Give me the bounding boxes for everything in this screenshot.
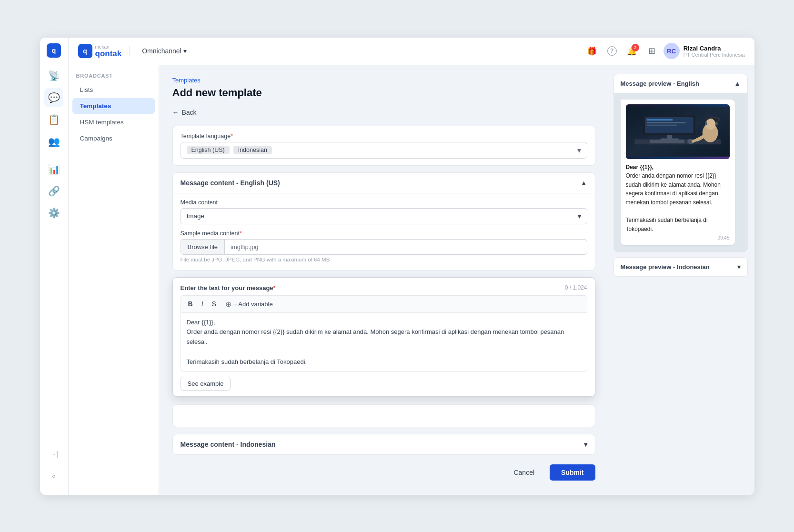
message-textarea[interactable]: Dear {{1}},Order anda dengan nomor resi … bbox=[181, 313, 587, 372]
language-selector[interactable]: English (US) Indonesian ▾ bbox=[181, 142, 587, 159]
topbar-logo: q mekari qontak bbox=[78, 44, 122, 58]
editor-toolbar: B I S ⊕ + Add variable bbox=[181, 295, 587, 313]
preview-indonesian-title: Message preview - Indonesian bbox=[621, 263, 710, 271]
message-content-english-card: Message content - English (US) ▲ Media c… bbox=[172, 172, 595, 271]
user-block[interactable]: RC Rizal Candra PT Central Perc Indonesi… bbox=[663, 43, 745, 59]
user-company: PT Central Perc Indonesia bbox=[683, 52, 745, 58]
see-example-button[interactable]: See example bbox=[181, 377, 231, 391]
chat-time: 09:45 bbox=[626, 235, 730, 241]
strikethrough-button[interactable]: S bbox=[210, 299, 219, 309]
topbar-logo-text: mekari qontak bbox=[95, 45, 122, 58]
nav-section-title: Broadcast bbox=[69, 73, 159, 81]
svg-rect-12 bbox=[649, 140, 684, 143]
help-btn[interactable]: ? bbox=[603, 42, 621, 60]
svg-rect-14 bbox=[705, 122, 707, 125]
file-input-row: Browse file imgflip.jpg bbox=[181, 239, 587, 255]
svg-rect-15 bbox=[715, 122, 718, 125]
nav-arrow: ▾ bbox=[183, 47, 187, 55]
preview-english-header[interactable]: Message preview - English ▲ bbox=[614, 74, 747, 93]
topbar-logo-mekari: mekari bbox=[95, 45, 122, 50]
preview-indonesian-header[interactable]: Message preview - Indonesian ▾ bbox=[614, 258, 747, 276]
text-entry-label: Enter the text for your message* bbox=[181, 284, 276, 291]
sidebar-item-broadcast[interactable]: 📡 bbox=[44, 66, 63, 85]
nav-item-lists[interactable]: Lists bbox=[72, 82, 155, 98]
text-entry-overlay: Enter the text for your message* 0 / 1.0… bbox=[172, 277, 595, 397]
gift-btn[interactable]: 🎁 bbox=[583, 42, 601, 60]
template-language-card: Template language* English (US) Indonesi… bbox=[172, 126, 595, 166]
lang-tag-english: English (US) bbox=[187, 146, 230, 154]
media-content-label: Media content bbox=[181, 199, 587, 206]
sidebar-item-teams[interactable]: 👥 bbox=[44, 132, 63, 151]
chat-text-greeting: Dear {{1}}, bbox=[626, 164, 654, 171]
char-counter: 0 / 1.024 bbox=[565, 284, 587, 291]
language-dropdown-arrow: ▾ bbox=[577, 146, 581, 155]
required-star: * bbox=[231, 133, 233, 140]
user-avatar: RC bbox=[663, 43, 680, 59]
preview-english-card: Message preview - English ▲ bbox=[613, 74, 748, 253]
sidebar-logo: q bbox=[47, 43, 61, 58]
preview-english-title: Message preview - English bbox=[621, 80, 699, 87]
grid-btn[interactable]: ⊞ bbox=[643, 42, 661, 60]
svg-rect-8 bbox=[646, 122, 685, 123]
chat-image bbox=[626, 104, 730, 159]
topbar-actions: 🎁 ? 🔔 2 ⊞ RC Rizal Candra bbox=[583, 42, 745, 60]
media-content-value: Image bbox=[187, 212, 205, 220]
sidebar-item-integrations[interactable]: 🔗 bbox=[44, 181, 63, 201]
preview-english-collapse-icon: ▲ bbox=[734, 80, 741, 87]
help-icon: ? bbox=[607, 46, 617, 56]
submit-button[interactable]: Submit bbox=[550, 464, 595, 481]
back-button[interactable]: ← Back bbox=[172, 109, 595, 116]
app-sidebar: q 📡 💬 📋 👥 📊 🔗 ⚙️ →| « bbox=[40, 38, 69, 495]
sidebar-collapse-btn[interactable]: →| bbox=[44, 444, 63, 463]
add-variable-icon: ⊕ bbox=[225, 300, 231, 309]
bold-button[interactable]: B bbox=[186, 299, 195, 309]
extra-content-placeholder bbox=[172, 404, 595, 427]
sidebar-item-reports[interactable]: 📊 bbox=[44, 160, 63, 179]
sidebar-item-contacts[interactable]: 📋 bbox=[44, 110, 63, 129]
sidebar-item-settings[interactable]: ⚙️ bbox=[44, 203, 63, 222]
sample-media-label: Sample media content* bbox=[181, 230, 587, 237]
form-actions: Cancel Submit bbox=[172, 464, 595, 481]
text-entry-header: Enter the text for your message* 0 / 1.0… bbox=[181, 284, 587, 291]
nav-item-hsm[interactable]: HSM templates bbox=[72, 114, 155, 130]
user-info: Rizal Candra PT Central Perc Indonesia bbox=[683, 45, 745, 58]
topbar: q mekari qontak Omnichannel ▾ 🎁 bbox=[69, 38, 754, 65]
lang-tag-indonesian: Indonesian bbox=[233, 146, 272, 154]
message-content-english-title: Message content - English (US) bbox=[181, 179, 280, 187]
chat-text-closing: Terimakasih sudah berbelanja di Tokopaed… bbox=[626, 217, 708, 232]
preview-indonesian-expand-icon: ▾ bbox=[737, 263, 741, 271]
browse-file-button[interactable]: Browse file bbox=[181, 240, 225, 254]
back-label: Back bbox=[182, 109, 197, 116]
italic-button[interactable]: I bbox=[199, 299, 206, 309]
message-content-indonesian-title: Message content - Indonesian bbox=[181, 441, 276, 448]
left-sidebar-nav: Broadcast Lists Templates HSM templates … bbox=[69, 65, 159, 495]
omnichannel-label: Omnichannel bbox=[142, 47, 181, 55]
media-content-arrow: ▾ bbox=[578, 212, 581, 220]
message-content-indonesian-collapse: ▾ bbox=[584, 441, 587, 448]
preview-indonesian-card: Message preview - Indonesian ▾ bbox=[613, 257, 748, 277]
notification-badge: 2 bbox=[632, 44, 639, 51]
media-content-group: Media content Image ▾ bbox=[181, 199, 587, 224]
nav-item-templates[interactable]: Templates bbox=[72, 98, 155, 114]
add-variable-label: + Add variable bbox=[233, 301, 273, 308]
template-language-label: Template language* bbox=[181, 133, 587, 140]
sidebar-item-messages[interactable]: 💬 bbox=[44, 88, 63, 107]
topbar-logo-qontak: qontak bbox=[95, 50, 122, 58]
breadcrumb[interactable]: Templates bbox=[172, 77, 595, 84]
sidebar-collapse-icon[interactable]: « bbox=[44, 466, 63, 485]
message-content-english-header[interactable]: Message content - English (US) ▲ bbox=[173, 173, 595, 193]
message-content-indonesian-header[interactable]: Message content - Indonesian ▾ bbox=[173, 434, 595, 454]
omnichannel-nav[interactable]: Omnichannel ▾ bbox=[137, 45, 191, 57]
topbar-divider bbox=[129, 46, 130, 56]
add-variable-btn[interactable]: ⊕ + Add variable bbox=[222, 299, 276, 310]
form-section: Templates Add new template ← Back bbox=[159, 65, 607, 495]
media-content-select[interactable]: Image ▾ bbox=[181, 208, 587, 224]
chat-text-body: Order anda dengan nomor resi {{2}} sudah… bbox=[626, 172, 721, 206]
topbar-logo-icon: q bbox=[78, 44, 92, 58]
notification-btn[interactable]: 🔔 2 bbox=[623, 42, 641, 60]
sample-media-req: * bbox=[240, 230, 242, 237]
page-title: Add new template bbox=[172, 87, 595, 99]
logo-icon: q bbox=[47, 43, 61, 58]
cancel-button[interactable]: Cancel bbox=[504, 464, 544, 481]
nav-item-campaigns[interactable]: Campaigns bbox=[72, 130, 155, 146]
